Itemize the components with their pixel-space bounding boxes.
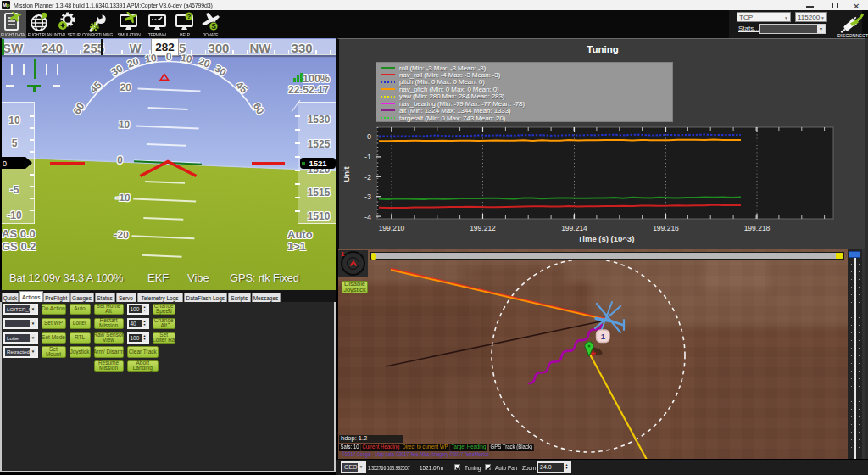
svg-text:0: 0 (3, 159, 7, 168)
svg-text:1: 1 (601, 332, 606, 341)
svg-text:?: ? (187, 13, 192, 20)
svg-text:S: S (211, 22, 216, 31)
